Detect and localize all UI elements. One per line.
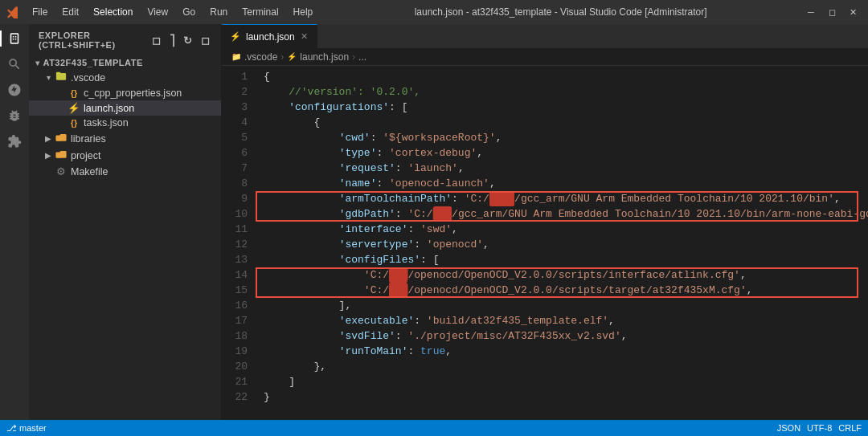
tab-label-launch: launch.json [246,31,295,43]
folder-icon-project [55,149,68,162]
activity-debug[interactable] [3,104,26,127]
menu-help[interactable]: Help [287,5,320,19]
close-button[interactable]: ✕ [844,3,862,21]
menu-edit[interactable]: Edit [55,5,85,19]
tree-label-cprop: c_cpp_properties.json [84,88,221,99]
breadcrumb-sep2: › [352,51,355,63]
json-icon-cprop: {} [68,88,80,98]
tree-label-tasks: tasks.json [84,117,221,128]
tree-arrow-vscode: ▾ [42,73,55,82]
tree-item-launch[interactable]: ⚡ launch.json [29,100,221,116]
code-line-17: 'executable': 'build/at32f435_template.e… [264,313,868,328]
tree-arrow-project: ▶ [42,151,55,160]
tab-icon-launch: ⚡ [230,31,241,42]
minimize-button[interactable]: ─ [802,3,820,21]
launch-icon: ⚡ [68,102,80,114]
code-line-4: { [264,115,868,130]
menu-bar: File Edit Selection View Go Run Terminal… [26,5,319,19]
new-file-icon[interactable]: ◻ [150,34,163,47]
status-git: ⎇ master [6,423,47,434]
tree-label-vscode: .vscode [71,72,221,84]
json-icon-tasks: {} [68,118,80,128]
menu-go[interactable]: Go [176,5,202,19]
tree-item-tasks[interactable]: {} tasks.json [29,116,221,130]
breadcrumb-launch[interactable]: launch.json [300,51,349,63]
root-label: AT32F435_TEMPLATE [43,58,143,67]
editor-area: ⚡ launch.json ✕ 📁 .vscode › ⚡ launch.jso… [222,24,868,420]
tree-item-vscode[interactable]: ▾ .vscode [29,69,221,86]
breadcrumb-vscode-icon: 📁 [231,52,241,61]
code-line-11: 'interface': 'swd', [264,222,868,237]
code-line-5: 'cwd': '${workspaceRoot}', [264,130,868,145]
main-layout: Explorer (Ctrl+Shift+E) ◻ ⎤ ↻ ◻ ▾ AT32F4… [0,24,868,420]
activity-git[interactable] [3,79,26,101]
breadcrumb-more[interactable]: ... [358,51,366,63]
refresh-icon[interactable]: ↻ [182,34,194,47]
sidebar: Explorer (Ctrl+Shift+E) ◻ ⎤ ↻ ◻ ▾ AT32F4… [29,24,222,420]
breadcrumb-launch-icon: ⚡ [287,52,297,61]
code-editor-wrapper[interactable]: 12345678910111213141516171819202122 { //… [222,66,868,420]
code-line-21: ] [264,374,868,389]
window-title: launch.json - at32f435_template - Visual… [319,6,802,18]
explorer-tree: ▾ AT32F435_TEMPLATE ▾ .vscode {} c_cpp_p… [29,56,221,420]
sidebar-header: Explorer (Ctrl+Shift+E) ◻ ⎤ ↻ ◻ [29,24,221,56]
code-line-18: 'svdFile': './project/misc/AT32F435xx_v2… [264,328,868,344]
code-line-1: { [264,69,868,84]
tree-item-cprop[interactable]: {} c_cpp_properties.json [29,86,221,100]
folder-icon-vscode [55,71,68,84]
activity-bar [0,24,29,420]
tree-label-makefile: Makefile [71,166,221,177]
tab-launch-json[interactable]: ⚡ launch.json ✕ [222,24,317,48]
code-line-13: 'configFiles': [ [264,252,868,267]
code-line-15: 'C:/███/openocd/OpenOCD_V2.0.0/scripts/t… [264,283,868,298]
code-line-22: } [264,389,868,405]
titlebar: File Edit Selection View Go Run Terminal… [0,0,868,24]
folder-icon-libraries [55,132,68,145]
code-line-6: 'type': 'cortex-debug', [264,145,868,161]
code-line-14: 'C:/███/openocd/OpenOCD_V2.0.0/scripts/i… [264,267,868,283]
vscode-icon [6,6,19,18]
new-folder-icon[interactable]: ⎤ [168,34,178,47]
tree-arrow-libraries: ▶ [42,134,55,143]
tabs-bar: ⚡ launch.json ✕ [222,24,868,48]
makefile-icon: ⚙ [55,165,68,177]
status-eol: CRLF [838,423,862,433]
code-line-7: 'request': 'launch', [264,161,868,176]
menu-terminal[interactable]: Terminal [235,5,285,19]
code-line-8: 'name': 'openocd-launch', [264,176,868,191]
maximize-button[interactable]: ◻ [823,3,841,21]
window-controls: ─ ◻ ✕ [802,3,862,21]
status-encoding: UTF-8 [807,423,832,433]
activity-search[interactable] [3,53,26,75]
breadcrumb-sep1: › [280,51,284,63]
line-numbers: 12345678910111213141516171819202122 [222,66,254,420]
activity-extensions[interactable] [3,130,26,153]
tree-label-launch: launch.json [84,103,221,114]
sidebar-header-icons: ◻ ⎤ ↻ ◻ [150,34,211,47]
activity-explorer[interactable] [3,27,26,50]
code-line-20: }, [264,359,868,374]
menu-file[interactable]: File [26,5,54,19]
collapse-icon[interactable]: ◻ [199,34,212,47]
menu-run[interactable]: Run [203,5,234,19]
tree-item-project[interactable]: ▶ project [29,147,221,164]
menu-selection[interactable]: Selection [87,5,139,19]
code-content[interactable]: { //'version': '0.2.0', 'configurations'… [254,66,868,420]
tree-label-project: project [71,150,221,161]
tree-item-makefile[interactable]: ⚙ Makefile [29,164,221,179]
menu-view[interactable]: View [141,5,174,19]
status-lang: JSON [777,423,800,433]
code-line-16: ], [264,298,868,313]
tree-label-libraries: libraries [71,133,221,145]
breadcrumb: 📁 .vscode › ⚡ launch.json › ... [222,48,868,66]
code-line-2: //'version': '0.2.0', [264,84,868,100]
code-line-3: 'configurations': [ [264,100,868,115]
tab-close-launch[interactable]: ✕ [300,31,309,43]
breadcrumb-vscode[interactable]: .vscode [244,51,277,63]
code-line-9: 'armToolchainPath': 'C:/████/gcc_arm/GNU… [264,191,868,206]
root-chevron: ▾ [35,59,40,67]
root-folder[interactable]: ▾ AT32F435_TEMPLATE [29,56,221,69]
code-line-12: 'servertype': 'openocd', [264,237,868,252]
tree-item-libraries[interactable]: ▶ libraries [29,130,221,147]
code-line-19: 'runToMain': true, [264,344,868,359]
